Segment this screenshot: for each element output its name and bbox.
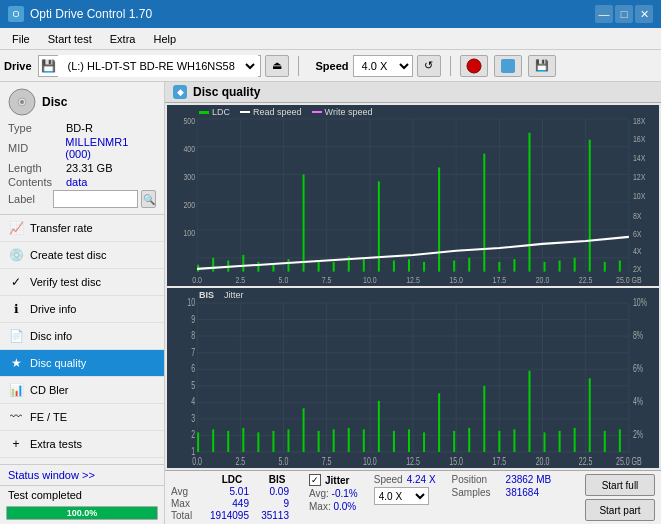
svg-rect-125 <box>589 378 591 452</box>
menu-file[interactable]: File <box>4 31 38 47</box>
svg-text:4: 4 <box>191 395 195 407</box>
svg-text:5: 5 <box>191 379 195 391</box>
drive-select-group: 💾 (L:) HL-DT-ST BD-RE WH16NS58 TST4 ⏏ <box>38 55 289 77</box>
drive-dropdown[interactable]: (L:) HL-DT-ST BD-RE WH16NS58 TST4 <box>58 55 258 77</box>
start-full-button[interactable]: Start full <box>585 474 655 496</box>
samples-row: Samples 381684 <box>452 487 552 498</box>
start-part-button[interactable]: Start part <box>585 499 655 521</box>
svg-text:10.0: 10.0 <box>363 274 377 285</box>
action-buttons: Start full Start part <box>585 474 655 521</box>
sidebar-item-disc-quality[interactable]: ★ Disc quality <box>0 350 164 377</box>
sidebar-item-disc-info[interactable]: 📄 Disc info <box>0 323 164 350</box>
sidebar-item-cd-bler[interactable]: 📊 CD Bler <box>0 377 164 404</box>
right-panel: ◆ Disc quality <box>165 82 661 524</box>
status-bar: Status window >> Test completed 100.0% <box>0 464 164 524</box>
jitter-checkbox[interactable]: ✓ <box>309 474 321 486</box>
quality-panel-title: Disc quality <box>193 85 260 99</box>
svg-text:14X: 14X <box>633 151 646 162</box>
svg-text:7: 7 <box>191 346 195 358</box>
menu-extra[interactable]: Extra <box>102 31 144 47</box>
stats-section: LDC BIS Avg 5.01 0.09 Max 449 9 <box>171 474 297 521</box>
svg-rect-30 <box>303 174 305 271</box>
svg-rect-41 <box>468 258 470 272</box>
svg-text:20.0: 20.0 <box>536 274 550 285</box>
chart1-legend: LDC Read speed Write speed <box>199 107 372 117</box>
main-content: Disc Type BD-R MID MILLENMR1 (000) Lengt… <box>0 82 661 524</box>
svg-rect-122 <box>544 432 546 452</box>
speed-stats-section: Speed 4.24 X 4.0 X <box>374 474 436 505</box>
svg-rect-39 <box>438 167 440 271</box>
sidebar-item-fe-te[interactable]: 〰 FE / TE <box>0 404 164 431</box>
stat-max-bis: 9 <box>257 498 297 509</box>
sidebar-item-create-test-disc[interactable]: 💿 Create test disc <box>0 242 164 269</box>
svg-point-4 <box>20 100 24 104</box>
separator-2 <box>450 56 451 76</box>
cd-bler-icon: 📊 <box>8 382 24 398</box>
sidebar-item-extra-tests[interactable]: + Extra tests <box>0 431 164 458</box>
jitter-legend-label: Jitter <box>224 290 244 300</box>
maximize-button[interactable]: □ <box>615 5 633 23</box>
svg-text:2%: 2% <box>633 429 643 441</box>
progress-bar-fill: 100.0% <box>7 507 157 519</box>
svg-rect-32 <box>333 262 335 272</box>
jitter-section: ✓ Jitter Avg: -0.1% Max: 0.0% <box>309 474 358 512</box>
disc-contents-value: data <box>66 176 87 188</box>
disc-label-search-button[interactable]: 🔍 <box>141 190 156 208</box>
svg-text:8X: 8X <box>633 210 642 221</box>
svg-rect-120 <box>513 429 515 452</box>
svg-text:15.0: 15.0 <box>449 274 463 285</box>
speed-stats-dropdown[interactable]: 4.0 X <box>374 487 429 505</box>
ldc-legend: LDC <box>199 107 230 117</box>
close-button[interactable]: ✕ <box>635 5 653 23</box>
save-button[interactable]: 💾 <box>528 55 556 77</box>
stat-empty <box>171 474 207 485</box>
stat-max-ldc: 449 <box>207 498 257 509</box>
quality-header-icon: ◆ <box>173 85 187 99</box>
svg-text:7.5: 7.5 <box>322 274 332 285</box>
stat-avg-label: Avg <box>171 486 207 497</box>
svg-rect-102 <box>242 427 244 451</box>
status-window-button[interactable]: Status window >> <box>0 465 164 486</box>
disc-label-input[interactable] <box>53 190 138 208</box>
bottom-panel: LDC BIS Avg 5.01 0.09 Max 449 9 <box>165 470 661 524</box>
disc-quality-label: Disc quality <box>30 357 86 369</box>
disc-info-label: Disc info <box>30 330 72 342</box>
svg-text:2.5: 2.5 <box>235 274 245 285</box>
svg-rect-101 <box>227 430 229 451</box>
sidebar-item-verify-test-disc[interactable]: ✓ Verify test disc <box>0 269 164 296</box>
svg-text:15.0: 15.0 <box>449 456 463 468</box>
disc-label-label: Label <box>8 193 53 205</box>
svg-text:400: 400 <box>183 143 195 154</box>
chart2-area: 10 9 8 7 6 5 4 3 2 1 10% 8% 6% 4% 2% <box>167 288 659 469</box>
svg-text:6: 6 <box>191 362 195 374</box>
ldc-legend-color <box>199 111 209 114</box>
stat-total-ldc: 1914095 <box>207 510 257 521</box>
disc-contents-label: Contents <box>8 176 66 188</box>
disc-length-row: Length 23.31 GB <box>8 162 156 174</box>
eject-button[interactable]: ⏏ <box>265 55 289 77</box>
settings-button[interactable] <box>494 55 522 77</box>
progress-bar-container: 100.0% <box>6 506 158 520</box>
speed-dropdown[interactable]: 4.0 X <box>353 55 413 77</box>
create-test-disc-label: Create test disc <box>30 249 106 261</box>
drive-label: Drive <box>4 60 32 72</box>
status-text: Test completed <box>0 486 164 504</box>
ldc-legend-label: LDC <box>212 107 230 117</box>
speed-refresh-button[interactable]: ↺ <box>417 55 441 77</box>
scan-button[interactable] <box>460 55 488 77</box>
minimize-button[interactable]: — <box>595 5 613 23</box>
menu-help[interactable]: Help <box>145 31 184 47</box>
svg-text:12X: 12X <box>633 171 646 182</box>
svg-rect-50 <box>604 262 606 272</box>
svg-rect-123 <box>559 430 561 451</box>
sidebar-item-drive-info[interactable]: ℹ Drive info <box>0 296 164 323</box>
svg-rect-116 <box>453 430 455 451</box>
svg-rect-117 <box>468 427 470 451</box>
sidebar-item-transfer-rate[interactable]: 📈 Transfer rate <box>0 215 164 242</box>
svg-rect-49 <box>589 140 591 272</box>
svg-rect-36 <box>393 261 395 272</box>
svg-text:17.5: 17.5 <box>493 274 507 285</box>
read-speed-legend: Read speed <box>240 107 302 117</box>
menu-start-test[interactable]: Start test <box>40 31 100 47</box>
svg-rect-24 <box>212 258 214 272</box>
